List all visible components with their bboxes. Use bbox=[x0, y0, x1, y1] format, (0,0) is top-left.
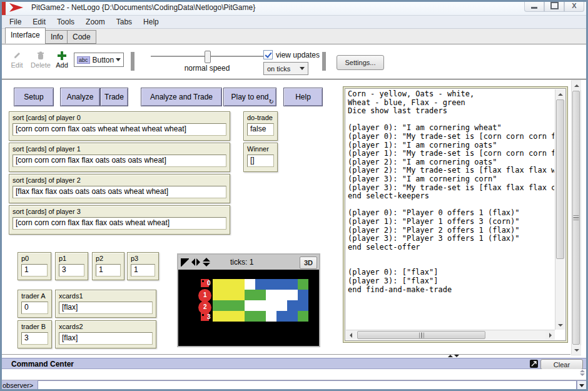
monitor-xcards1: xcards1 [flax] bbox=[55, 290, 156, 318]
vertical-wrap-icon bbox=[203, 258, 210, 267]
menu-tabs[interactable]: Tabs bbox=[111, 16, 138, 28]
minimize-button[interactable] bbox=[524, 0, 544, 12]
view-updates-checkbox[interactable] bbox=[263, 50, 273, 59]
output-widget: Corn - yellow, Oats - white, Wheat - blu… bbox=[343, 86, 568, 343]
monitor-label: trader A bbox=[21, 292, 48, 300]
view-updates-label: view updates bbox=[276, 51, 320, 59]
marker-label: 3 bbox=[207, 313, 211, 320]
view-3d-button[interactable]: 3D bbox=[300, 256, 317, 269]
patch-green bbox=[245, 290, 255, 300]
scrollbar-thumb[interactable] bbox=[357, 331, 485, 339]
scroll-right-button[interactable] bbox=[545, 330, 555, 340]
play-to-end-label: Play to end bbox=[231, 93, 268, 101]
maximize-button[interactable] bbox=[544, 0, 564, 12]
scrollbar-thumb[interactable] bbox=[572, 91, 580, 345]
analyze-and-trade-button[interactable]: Analyze and Trade bbox=[141, 88, 222, 106]
button-widget-icon: abc bbox=[77, 56, 90, 64]
delete-tool-button[interactable]: Delete bbox=[29, 51, 53, 69]
close-button[interactable]: X bbox=[564, 0, 584, 12]
help-button[interactable]: Help bbox=[283, 88, 323, 106]
popout-button[interactable] bbox=[530, 360, 538, 368]
patch-blue bbox=[255, 279, 266, 290]
ticks-counter: ticks: 1 bbox=[230, 258, 253, 267]
interface-vertical-scrollbar[interactable] bbox=[571, 80, 581, 355]
patch-green bbox=[298, 311, 308, 322]
interface-canvas: Setup Analyze Trade Analyze and Trade Pl… bbox=[0, 79, 570, 355]
view-updates-group: view updates bbox=[263, 50, 320, 59]
analyze-button[interactable]: Analyze bbox=[60, 88, 100, 106]
scroll-up-button[interactable] bbox=[572, 81, 581, 90]
monitor-value: 1 bbox=[21, 264, 48, 277]
menu-help[interactable]: Help bbox=[138, 16, 165, 28]
arrow-up-icon bbox=[558, 93, 563, 96]
window-controls: X bbox=[524, 0, 584, 12]
add-tool-button[interactable]: Add bbox=[54, 51, 70, 69]
command-output-scroll[interactable] bbox=[580, 370, 585, 376]
output-horizontal-scrollbar[interactable] bbox=[346, 330, 555, 340]
menu-file[interactable]: File bbox=[4, 16, 27, 28]
pencil-icon bbox=[12, 51, 22, 61]
tab-code[interactable]: Code bbox=[67, 30, 96, 44]
splitter-up-icon bbox=[448, 355, 453, 357]
monitor-do-trade: do-trade false bbox=[243, 111, 278, 141]
command-history-button[interactable] bbox=[577, 380, 587, 390]
patch-yellow bbox=[213, 279, 223, 290]
update-mode-select[interactable]: on ticks bbox=[263, 62, 308, 75]
scroll-down-button[interactable] bbox=[555, 320, 565, 330]
checkmark-icon bbox=[265, 51, 271, 58]
trade-button[interactable]: Trade bbox=[100, 88, 128, 106]
play-to-end-button[interactable]: Play to end ↻ bbox=[223, 88, 276, 106]
marker-label: 2 bbox=[203, 303, 207, 310]
tab-bar: Interface Info Code bbox=[0, 29, 588, 44]
arrow-down-icon bbox=[580, 373, 585, 376]
monitor-value: 1 bbox=[131, 264, 155, 277]
command-center-splitter[interactable] bbox=[448, 355, 459, 357]
speed-slider-thumb[interactable] bbox=[205, 51, 211, 63]
menu-edit[interactable]: Edit bbox=[27, 16, 51, 28]
setup-button[interactable]: Setup bbox=[14, 88, 54, 106]
monitor-xcards2: xcards2 [flax] bbox=[55, 320, 156, 348]
scroll-left-button[interactable] bbox=[346, 330, 355, 340]
monitor-p1: p1 3 bbox=[55, 252, 88, 280]
toolbar-separator bbox=[131, 52, 134, 71]
settings-button[interactable]: Settings... bbox=[337, 55, 384, 70]
command-input[interactable] bbox=[38, 380, 577, 390]
monitor-label: sort [cards] of player 3 bbox=[13, 208, 226, 215]
patch-white bbox=[266, 300, 276, 311]
monitor-label: Winner bbox=[247, 145, 274, 153]
edit-tool-button[interactable]: Edit bbox=[8, 51, 26, 69]
patch-blue bbox=[276, 311, 287, 322]
clear-button[interactable]: Clear bbox=[540, 359, 583, 370]
monitor-value: 1 bbox=[96, 264, 121, 277]
arrow-right-icon bbox=[549, 333, 552, 338]
scroll-up-button[interactable] bbox=[555, 89, 565, 99]
menu-zoom[interactable]: Zoom bbox=[80, 16, 111, 28]
monitor-trader-a: trader A 0 bbox=[18, 290, 52, 318]
output-vertical-scrollbar[interactable] bbox=[555, 89, 565, 330]
output-area[interactable]: Corn - yellow, Oats - white, Wheat - blu… bbox=[345, 88, 566, 341]
scrollbar-thumb[interactable] bbox=[556, 99, 564, 259]
menu-tools[interactable]: Tools bbox=[51, 16, 80, 28]
monitor-p0: p0 1 bbox=[18, 252, 51, 280]
widget-type-select[interactable]: abc Button bbox=[74, 53, 124, 67]
arrow-down-icon bbox=[558, 324, 563, 327]
patch-yellow bbox=[223, 279, 234, 290]
command-center-output[interactable] bbox=[0, 369, 588, 380]
minimize-icon bbox=[531, 7, 537, 9]
command-center-title: Command Center bbox=[11, 360, 74, 368]
monitor-label: do-trade bbox=[247, 114, 274, 121]
world-view[interactable]: ticks: 1 3D 0123 bbox=[177, 253, 320, 347]
monitor-label: sort [cards] of player 2 bbox=[13, 176, 226, 184]
widget-type-value: Button bbox=[93, 56, 116, 64]
world-canvas[interactable]: 0123 bbox=[178, 270, 319, 346]
patch-yellow bbox=[234, 311, 245, 322]
tab-info[interactable]: Info bbox=[45, 30, 69, 44]
monitor-value: 0 bbox=[21, 302, 48, 314]
monitor-label: xcards1 bbox=[59, 292, 153, 300]
maximize-icon bbox=[550, 2, 559, 9]
tab-interface[interactable]: Interface bbox=[5, 28, 46, 44]
edit-tool-label: Edit bbox=[11, 61, 23, 69]
player-marker-1-circle: 1 bbox=[198, 289, 211, 302]
chevron-down-icon bbox=[300, 67, 305, 70]
scroll-down-button[interactable] bbox=[572, 345, 581, 355]
